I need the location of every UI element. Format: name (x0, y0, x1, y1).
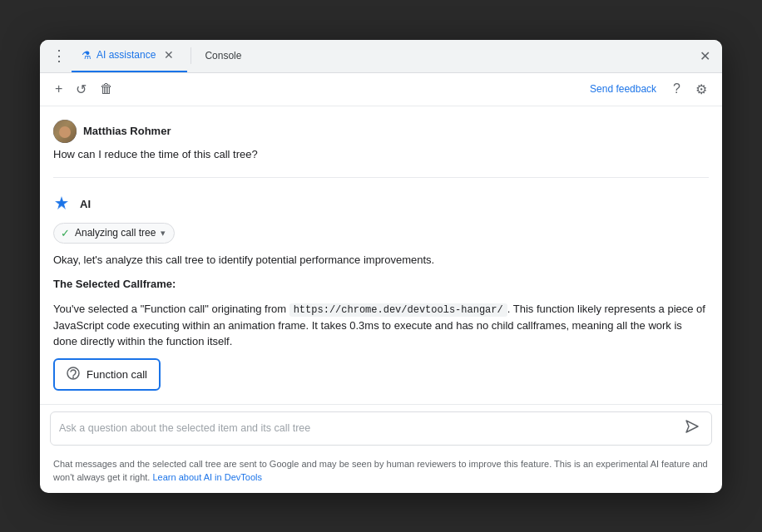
ai-message: AI ✓ Analyzing call tree ▾ Okay, let's a… (53, 195, 709, 391)
analyzing-badge[interactable]: ✓ Analyzing call tree ▾ (53, 223, 709, 244)
tab-console[interactable]: Console (195, 40, 251, 72)
send-button[interactable] (681, 417, 703, 440)
ai-label: AI (80, 198, 91, 210)
user-message: Matthias Rohmer How can I reduce the tim… (53, 120, 709, 160)
window-close-button[interactable]: ✕ (695, 45, 715, 67)
tab-divider (190, 47, 191, 64)
chat-input[interactable] (59, 422, 675, 434)
user-name: Matthias Rohmer (83, 125, 171, 137)
tab-ai-assistance[interactable]: ⚗ AI assistance ✕ (72, 40, 187, 72)
gear-icon: ⚙ (695, 82, 707, 96)
avatar (53, 120, 77, 143)
input-row (50, 411, 712, 446)
url-code: https://chrome.dev/devtools-hangar/ (289, 303, 507, 317)
user-header: Matthias Rohmer (53, 120, 709, 143)
settings-button[interactable]: ⚙ (690, 78, 712, 101)
send-feedback-button[interactable]: Send feedback (583, 80, 663, 98)
flask-icon: ⚗ (82, 49, 92, 62)
analyzing-label: Analyzing call tree (75, 227, 156, 239)
chat-area: Matthias Rohmer How can I reduce the tim… (40, 106, 722, 404)
history-button[interactable]: ↺ (71, 78, 92, 101)
footer: Chat messages and the selected call tree… (40, 452, 722, 493)
ai-icon (53, 195, 73, 214)
send-icon (685, 421, 700, 437)
toolbar-right: Send feedback ? ⚙ (583, 78, 712, 101)
response-intro: Okay, let's analyze this call tree to id… (53, 252, 709, 268)
function-call-card[interactable]: Function call (53, 358, 709, 391)
response-body: You've selected a "Function call" origin… (53, 301, 709, 350)
menu-dots-icon[interactable]: ⋮ (47, 47, 72, 65)
selected-callframe-heading: The Selected Callframe: (53, 276, 709, 293)
user-message-text: How can I reduce the time of this call t… (53, 148, 709, 160)
history-icon: ↺ (76, 82, 87, 96)
help-icon: ? (673, 81, 680, 96)
response-before-code: You've selected a "Function call" origin… (53, 303, 289, 315)
ai-header: AI (53, 195, 709, 214)
footer-text: Chat messages and the selected call tree… (53, 459, 708, 483)
chevron-down-icon: ▾ (161, 228, 166, 239)
function-call-icon (67, 367, 80, 382)
add-button[interactable]: + (50, 78, 67, 100)
footer-link[interactable]: Learn about AI in DevTools (153, 472, 262, 482)
devtools-window: ⋮ ⚗ AI assistance ✕ Console ✕ + ↺ 🗑 Send… (40, 40, 722, 493)
delete-button[interactable]: 🗑 (95, 78, 118, 100)
check-icon: ✓ (61, 227, 70, 239)
tab-bar: ⋮ ⚗ AI assistance ✕ Console ✕ (40, 40, 722, 73)
toolbar: + ↺ 🗑 Send feedback ? ⚙ (40, 73, 722, 106)
trash-icon: 🗑 (100, 81, 113, 96)
tab-close-button[interactable]: ✕ (161, 47, 177, 63)
function-call-label: Function call (87, 368, 147, 381)
input-area (40, 404, 722, 452)
svg-point-1 (72, 377, 74, 378)
help-button[interactable]: ? (668, 78, 685, 100)
message-divider (53, 177, 709, 178)
